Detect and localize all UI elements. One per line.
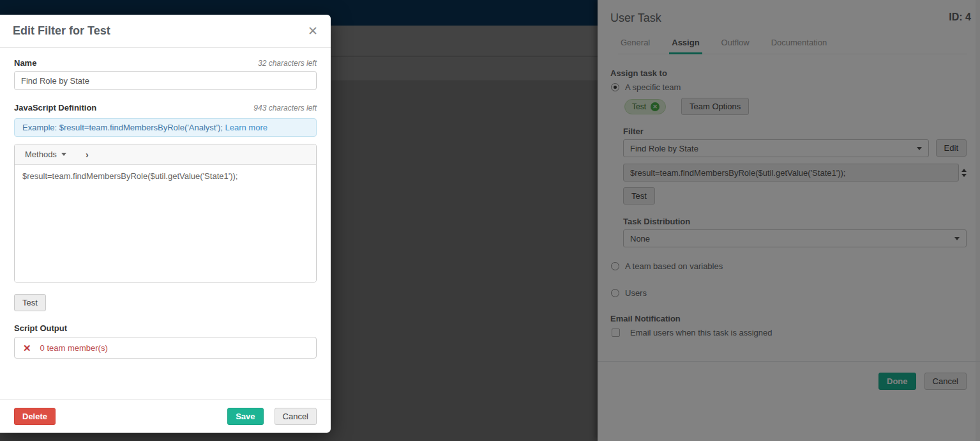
example-hint: Example: $result=team.findMembersByRole(… bbox=[14, 118, 317, 137]
modal-body: Name 32 characters left JavaScript Defin… bbox=[0, 48, 331, 359]
name-label: Name bbox=[14, 58, 36, 68]
user-task-panel: User Task ID: 4 General Assign Outflow D… bbox=[598, 0, 980, 441]
modal-test-button[interactable]: Test bbox=[14, 294, 46, 311]
learn-more-link[interactable]: Learn more bbox=[225, 123, 267, 132]
script-output-label: Script Output bbox=[14, 323, 67, 333]
modal-backdrop bbox=[598, 0, 980, 441]
name-chars-counter: 32 characters left bbox=[258, 59, 317, 68]
script-code-area[interactable]: $result=team.findMembersByRole($util.get… bbox=[15, 165, 316, 282]
script-editor: Methods › $result=team.findMembersByRole… bbox=[14, 144, 317, 282]
chevron-right-icon[interactable]: › bbox=[86, 150, 89, 160]
modal-title: Edit Filter for Test bbox=[13, 24, 110, 38]
modal-footer: Delete Save Cancel bbox=[0, 399, 331, 433]
modal-cancel-button[interactable]: Cancel bbox=[275, 408, 317, 425]
filter-name-input[interactable] bbox=[14, 71, 317, 90]
script-output-value: 0 team member(s) bbox=[40, 343, 108, 353]
methods-dropdown[interactable]: Methods bbox=[25, 150, 66, 159]
js-label-row: JavaScript Definition 943 characters lef… bbox=[14, 103, 317, 112]
example-text: Example: $result=team.findMembersByRole(… bbox=[22, 123, 223, 132]
name-label-row: Name 32 characters left bbox=[14, 58, 317, 68]
caret-down-icon bbox=[61, 153, 66, 156]
script-output-label-row: Script Output bbox=[14, 323, 317, 333]
edit-filter-modal: Edit Filter for Test ✕ Name 32 character… bbox=[0, 15, 331, 433]
methods-dropdown-label: Methods bbox=[25, 150, 57, 159]
delete-button[interactable]: Delete bbox=[14, 408, 56, 425]
js-definition-label: JavaScript Definition bbox=[14, 103, 96, 112]
editor-toolbar: Methods › bbox=[15, 144, 316, 165]
modal-header: Edit Filter for Test ✕ bbox=[0, 15, 331, 48]
save-button[interactable]: Save bbox=[227, 408, 263, 425]
js-chars-counter: 943 characters left bbox=[253, 104, 317, 112]
close-icon[interactable]: ✕ bbox=[308, 25, 318, 37]
error-x-icon: ✕ bbox=[23, 343, 31, 353]
modal-footer-right: Save Cancel bbox=[227, 408, 317, 425]
script-output-box: ✕ 0 team member(s) bbox=[14, 337, 317, 359]
